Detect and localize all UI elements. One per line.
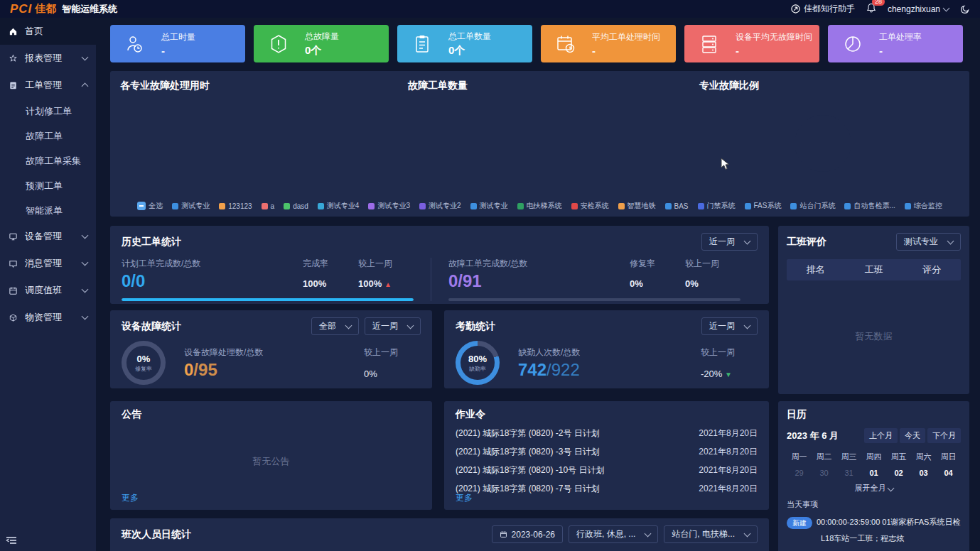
- sidebar-subitem-fault-collection[interactable]: 故障工单采集: [0, 148, 96, 173]
- calendar-event[interactable]: 新建 00:00:00-23:59:00 01谢家桥FAS系统日检: [787, 517, 961, 529]
- weekday-label: 周三: [836, 452, 861, 462]
- gauge-label: 修复率: [135, 365, 152, 373]
- legend-item[interactable]: a: [262, 201, 275, 211]
- legend-swatch: [790, 203, 797, 209]
- history-range-select[interactable]: 近一周: [701, 233, 758, 251]
- prev-month-button[interactable]: 上个月: [864, 428, 898, 443]
- attendance-range-select[interactable]: 近一周: [701, 317, 758, 335]
- empty-state: 暂无公告: [122, 455, 421, 468]
- legend-item[interactable]: 测试专业2: [419, 201, 461, 211]
- expand-month-link[interactable]: 展开全月: [787, 483, 961, 493]
- legend-item[interactable]: 门禁系统: [698, 201, 736, 211]
- calendar-day[interactable]: 04: [936, 469, 961, 477]
- calendar-icon: [9, 286, 18, 295]
- select-value: 行政班, 休息, ...: [576, 528, 635, 540]
- legend-item[interactable]: 自动售检票...: [844, 201, 895, 211]
- sidebar-item-devices[interactable]: 设备管理: [0, 223, 96, 250]
- sidebar-collapse-button[interactable]: [6, 535, 17, 548]
- sidebar-item-reports[interactable]: 报表管理: [0, 45, 96, 72]
- sidebar-item-dispatch-duty[interactable]: 调度值班: [0, 277, 96, 304]
- legend-item[interactable]: 综合监控: [905, 201, 942, 211]
- shift-type-select[interactable]: 行政班, 休息, ...: [569, 525, 658, 543]
- legend-swatch: [905, 203, 911, 209]
- sidebar-item-home[interactable]: 首页: [0, 18, 96, 45]
- legend-item[interactable]: 站台门系统: [790, 201, 835, 211]
- legend-select-all[interactable]: 全选: [137, 201, 163, 211]
- calendar-day[interactable]: 29: [787, 469, 812, 477]
- weekday-label: 周五: [886, 452, 911, 462]
- wow-value: 100%: [358, 278, 382, 289]
- sidebar-subitem-planned-workorder[interactable]: 计划修工单: [0, 99, 96, 124]
- sidebar-item-messages[interactable]: 消息管理: [0, 250, 96, 277]
- legend-label: 测试专业4: [327, 201, 360, 211]
- chevron-down-icon: [744, 322, 751, 329]
- absence-rate-gauge: 80%缺勤率: [456, 341, 500, 385]
- legend-swatch: [219, 203, 225, 209]
- date-picker[interactable]: 2023-06-26: [492, 525, 563, 543]
- today-button[interactable]: 今天: [900, 428, 925, 443]
- orders-more-link[interactable]: 更多: [456, 492, 473, 504]
- calendar-day[interactable]: 02: [886, 469, 911, 477]
- weekday-label: 周二: [812, 452, 836, 462]
- legend-label: 测试专业: [480, 201, 508, 211]
- sidebar-subitem-label: 故障工单: [26, 130, 63, 143]
- legend-item[interactable]: 测试专业: [172, 201, 210, 211]
- calendar-day[interactable]: 03: [911, 469, 936, 477]
- stat-card-avg-processing-time: 平均工单处理时间-: [541, 25, 676, 62]
- wow-value: 0%: [685, 278, 741, 289]
- legend-label: BAS: [674, 202, 689, 210]
- legend-item[interactable]: dasd: [284, 201, 308, 211]
- legend-item[interactable]: FAS系统: [745, 201, 782, 211]
- legend-item[interactable]: 123123: [219, 201, 252, 211]
- sidebar-item-workorders[interactable]: 工单管理: [0, 72, 96, 99]
- assistant-button[interactable]: 佳都知行助手: [791, 3, 855, 15]
- sidebar-item-materials[interactable]: 物资管理: [0, 304, 96, 331]
- calendar-day[interactable]: 31: [836, 469, 861, 477]
- legend-item[interactable]: 测试专业4: [318, 201, 360, 211]
- pie-clock-icon: [842, 33, 863, 55]
- dark-mode-toggle[interactable]: [960, 4, 970, 14]
- notice-more-link[interactable]: 更多: [122, 492, 139, 504]
- notifications-button[interactable]: 28: [866, 3, 876, 15]
- legend-item[interactable]: BAS: [665, 201, 689, 211]
- legend-item[interactable]: 安检系统: [571, 201, 609, 211]
- wow-label: 较上一周: [685, 258, 741, 270]
- gauge-value: 80%: [468, 354, 487, 364]
- stat-card-processing-rate: 工单处理率-: [828, 25, 963, 62]
- device-scope-select[interactable]: 全部: [311, 317, 359, 335]
- calendar-day[interactable]: 30: [812, 469, 836, 477]
- sidebar-subitem-fault-workorder[interactable]: 故障工单: [0, 124, 96, 148]
- today-events-label: 当天事项: [787, 499, 961, 510]
- chart-title: 故障工单数量: [408, 80, 699, 92]
- weekday-label: 周六: [911, 452, 936, 462]
- work-order-row[interactable]: (2021) 城际18字第 (0820) -2号 日计划2021年8月20日: [456, 427, 758, 440]
- evaluation-filter-select[interactable]: 测试专业: [896, 233, 961, 251]
- legend-item[interactable]: 测试专业: [470, 201, 508, 211]
- sidebar-subitem-predict-workorder[interactable]: 预测工单: [0, 173, 96, 198]
- legend-item[interactable]: 电扶梯系统: [517, 201, 562, 211]
- sidebar-item-label: 设备管理: [25, 230, 62, 243]
- calendar-day-row: 29303101020304: [787, 469, 961, 477]
- sidebar-subitem-smart-dispatch[interactable]: 智能派单: [0, 198, 96, 223]
- panel-title: 作业令: [456, 408, 758, 421]
- calendar-day[interactable]: 01: [861, 469, 886, 477]
- notification-badge: 28: [872, 0, 885, 6]
- next-month-button[interactable]: 下个月: [927, 428, 961, 443]
- metric-value: 742: [518, 360, 546, 379]
- weekday-label: 周一: [787, 452, 812, 462]
- legend-label: FAS系统: [754, 201, 782, 211]
- team-evaluation-panel: 工班评价 测试专业 排名 工班 评分 暂无数据: [778, 226, 969, 394]
- line-chart-fault-time: [120, 94, 401, 202]
- card-value: -: [161, 45, 195, 57]
- legend-swatch: [571, 203, 578, 209]
- work-order-row[interactable]: (2021) 城际18字第 (0820) -10号 日计划2021年8月20日: [456, 464, 758, 476]
- chevron-down-icon: [887, 485, 894, 492]
- select-value: 全部: [319, 320, 336, 332]
- work-order-row[interactable]: (2021) 城际18字第 (0820) -7号 日计划2021年8月20日: [456, 483, 758, 495]
- shift-system-select[interactable]: 站台门, 电扶梯...: [664, 525, 758, 543]
- user-menu[interactable]: chengzhixuan: [888, 4, 949, 14]
- legend-item[interactable]: 智慧地铁: [618, 201, 656, 211]
- legend-item[interactable]: 测试专业3: [368, 201, 410, 211]
- work-order-row[interactable]: (2021) 城际18字第 (0820) -3号 日计划2021年8月20日: [456, 446, 758, 458]
- device-range-select[interactable]: 近一周: [365, 317, 421, 335]
